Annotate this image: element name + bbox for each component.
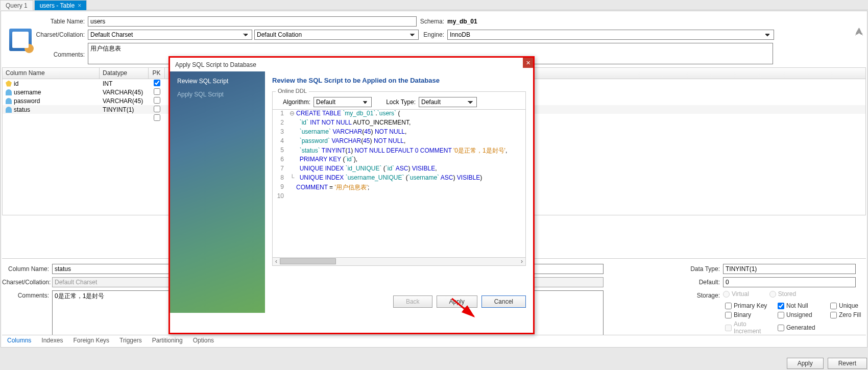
btab-partitioning[interactable]: Partitioning bbox=[147, 335, 188, 346]
online-ddl-box: Online DDL Algorithm: Default Lock Type:… bbox=[272, 91, 526, 110]
key-icon bbox=[6, 81, 12, 87]
tab-users-table[interactable]: users - Table× bbox=[34, 0, 87, 10]
table-name-label: Table Name: bbox=[1, 18, 88, 25]
apply-script-dialog: Apply SQL Script to Database ✕ Review SQ… bbox=[168, 56, 535, 334]
close-icon[interactable]: × bbox=[78, 2, 81, 9]
chk-uq[interactable]: Unique bbox=[830, 302, 868, 309]
bottom-tabs: Columns Indexes Foreign Keys Triggers Pa… bbox=[2, 335, 866, 346]
ddl-legend: Online DDL bbox=[276, 88, 309, 94]
chk-pk[interactable]: Primary Key bbox=[725, 302, 774, 309]
h-scrollbar[interactable]: ‹ › bbox=[272, 258, 526, 266]
scroll-left-icon[interactable]: ‹ bbox=[273, 258, 280, 265]
chk-bin[interactable]: Binary bbox=[725, 311, 774, 318]
wizard-steps: Review SQL Script Apply SQL Script bbox=[170, 71, 265, 313]
pk-check[interactable] bbox=[154, 88, 160, 95]
hdr-datatype[interactable]: Datatype bbox=[100, 68, 149, 79]
table-icon bbox=[9, 29, 32, 51]
chk-un[interactable]: Unsigned bbox=[778, 311, 826, 318]
det-colname-label: Column Name: bbox=[2, 264, 52, 273]
det-cc-label: Charset/Collation: bbox=[2, 277, 52, 286]
table-name-input[interactable] bbox=[88, 16, 417, 27]
dialog-buttons: Back Apply Cancel bbox=[393, 295, 526, 308]
btab-triggers[interactable]: Triggers bbox=[114, 335, 147, 346]
column-icon bbox=[6, 89, 12, 95]
charset-select[interactable]: Default Charset bbox=[88, 30, 252, 40]
scroll-thumb[interactable] bbox=[280, 258, 336, 264]
chk-gen[interactable]: Generated bbox=[778, 320, 826, 335]
det-dt-label: Data Type: bbox=[687, 264, 723, 273]
algorithm-select[interactable]: Default bbox=[314, 97, 372, 107]
back-button: Back bbox=[393, 295, 432, 308]
btab-indexes[interactable]: Indexes bbox=[36, 335, 68, 346]
btab-fk[interactable]: Foreign Keys bbox=[68, 335, 114, 346]
collapse-icon[interactable]: ⮝ bbox=[855, 27, 864, 37]
det-datatype-input[interactable] bbox=[723, 264, 856, 274]
btab-columns[interactable]: Columns bbox=[2, 335, 36, 346]
det-sto-label: Storage: bbox=[687, 290, 723, 299]
schema-value: my_db_01 bbox=[447, 18, 477, 25]
editor-tabs: Query 1 users - Table× bbox=[0, 0, 868, 10]
radio-stored: Stored bbox=[769, 290, 796, 298]
chk-zf[interactable]: Zero Fill bbox=[830, 311, 868, 318]
pk-check[interactable] bbox=[154, 80, 160, 86]
pk-check[interactable] bbox=[154, 114, 160, 121]
apply-script-button[interactable]: Apply bbox=[437, 295, 477, 308]
pk-check[interactable] bbox=[154, 106, 160, 112]
btab-options[interactable]: Options bbox=[188, 335, 219, 346]
algorithm-label: Algorithm: bbox=[277, 98, 310, 106]
locktype-select[interactable]: Default bbox=[419, 97, 477, 107]
hdr-column-name[interactable]: Column Name bbox=[3, 68, 100, 79]
engine-label: Engine: bbox=[419, 31, 447, 38]
chk-ai: Auto Increment bbox=[725, 320, 774, 335]
pk-check[interactable] bbox=[154, 97, 160, 104]
locktype-label: Lock Type: bbox=[375, 98, 416, 106]
sql-editor[interactable]: 1⊖CREATE TABLE `my_db_01`.`users` (2 `id… bbox=[272, 110, 526, 258]
chk-nn[interactable]: Not Null bbox=[778, 302, 826, 309]
collation-select[interactable]: Default Collation bbox=[254, 30, 419, 40]
det-default-input[interactable] bbox=[723, 277, 856, 287]
column-icon bbox=[6, 98, 12, 104]
step-apply: Apply SQL Script bbox=[177, 91, 258, 98]
dialog-heading: Review the SQL Script to be Applied on t… bbox=[272, 77, 526, 84]
det-def-label: Default: bbox=[687, 277, 723, 286]
close-icon[interactable]: ✕ bbox=[523, 58, 533, 68]
revert-button[interactable]: Revert bbox=[828, 358, 867, 369]
action-bar: Apply Revert bbox=[787, 358, 867, 369]
dialog-title: Apply SQL Script to Database ✕ bbox=[170, 58, 533, 71]
radio-virtual: Virtual bbox=[723, 290, 749, 298]
apply-button[interactable]: Apply bbox=[787, 358, 824, 369]
schema-label: Schema: bbox=[417, 18, 447, 25]
step-review: Review SQL Script bbox=[177, 78, 258, 85]
scroll-right-icon[interactable]: › bbox=[518, 258, 525, 265]
engine-select[interactable]: InnoDB bbox=[447, 30, 774, 40]
gear-icon bbox=[25, 44, 34, 53]
hdr-pk[interactable]: PK bbox=[149, 68, 165, 79]
det-com-label: Comments: bbox=[2, 290, 52, 299]
column-icon bbox=[6, 107, 12, 113]
cancel-button[interactable]: Cancel bbox=[481, 295, 526, 308]
tab-query1[interactable]: Query 1 bbox=[0, 0, 33, 10]
